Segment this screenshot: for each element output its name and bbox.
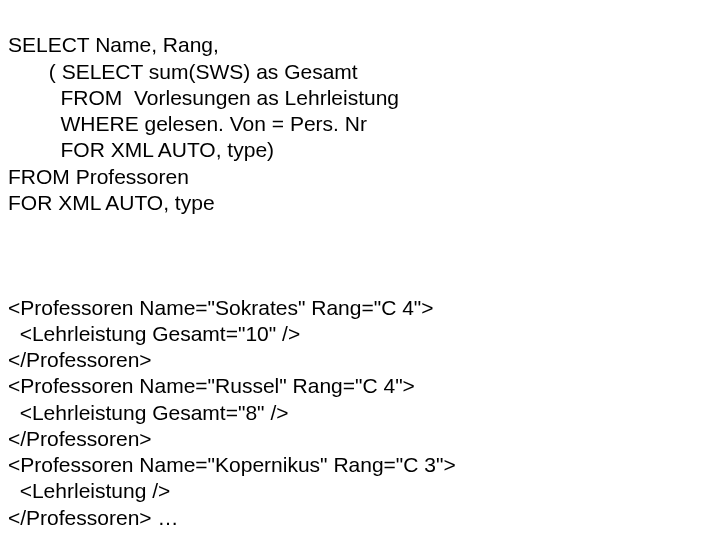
sql-line-1: SELECT Name, Rang, [8,33,219,56]
xml-line-7: <Professoren Name="Kopernikus" Rang="C 3… [8,453,456,476]
slide-content: SELECT Name, Rang, ( SELECT sum(SWS) as … [0,0,720,540]
xml-line-9: </Professoren> … [8,506,178,529]
sql-line-7: FOR XML AUTO, type [8,191,215,214]
sql-line-6: FROM Professoren [8,165,189,188]
sql-line-2: ( SELECT sum(SWS) as Gesamt [8,60,358,83]
sql-line-3: FROM Vorlesungen as Lehrleistung [8,86,399,109]
xml-line-3: </Professoren> [8,348,152,371]
xml-line-6: </Professoren> [8,427,152,450]
sql-query-block: SELECT Name, Rang, ( SELECT sum(SWS) as … [8,6,712,242]
xml-line-8: <Lehrleistung /> [8,479,170,502]
xml-output-block: <Professoren Name="Sokrates" Rang="C 4">… [8,268,712,540]
xml-line-1: <Professoren Name="Sokrates" Rang="C 4"> [8,296,434,319]
xml-line-2: <Lehrleistung Gesamt="10" /> [8,322,300,345]
sql-line-4: WHERE gelesen. Von = Pers. Nr [8,112,367,135]
xml-line-4: <Professoren Name="Russel" Rang="C 4"> [8,374,415,397]
xml-line-5: <Lehrleistung Gesamt="8" /> [8,401,289,424]
sql-line-5: FOR XML AUTO, type) [8,138,274,161]
spacer [8,242,712,268]
